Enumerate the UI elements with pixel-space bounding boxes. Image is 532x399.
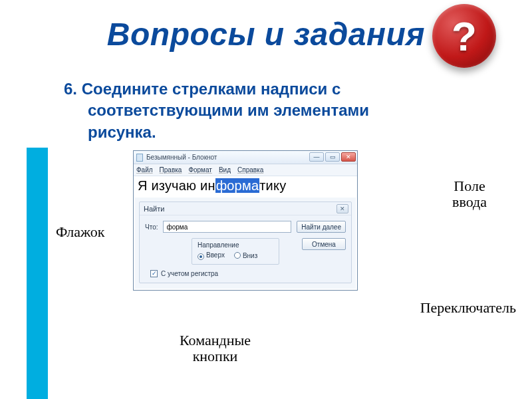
case-checkbox[interactable]: ✓ [150,270,158,277]
callout-switch: Переключатель [420,299,516,317]
menu-format[interactable]: Формат [188,166,212,174]
cancel-button[interactable]: Отмена [302,238,346,250]
window-title-text: Безымянный - Блокнот [146,154,217,161]
callout-input-field: Поле ввода [452,178,487,210]
menu-view[interactable]: Вид [219,166,231,174]
callout-flag: Флажок [56,223,104,241]
instruction-text: 6. Соедините стрелками надписи с соответ… [64,78,423,143]
menu-file[interactable]: Файл [136,166,153,174]
instruction-line-2: соответствующими им элементами [64,100,423,121]
find-what-input[interactable] [163,221,291,233]
editor-text-post: тику [259,178,286,193]
find-what-label: Что: [145,223,158,231]
editor-text-pre: Я изучаю ин [138,178,215,193]
minimize-button[interactable]: — [309,152,324,162]
find-dialog: Найти ✕ Что: Найти далее Направление Вве… [139,201,352,283]
find-dialog-title: Найти [144,205,164,213]
case-checkbox-label: С учетом регистра [161,270,218,277]
radio-down-icon [234,252,241,259]
app-icon [136,154,143,162]
menu-edit[interactable]: Правка [160,166,182,174]
find-next-button[interactable]: Найти далее [297,221,346,233]
text-editor-area[interactable]: Я изучаю информатику [134,176,357,198]
instruction-line-1: 6. Соедините стрелками надписи с [64,80,340,98]
radio-up-icon [198,253,204,260]
find-dialog-titlebar[interactable]: Найти ✕ [140,202,351,215]
close-button[interactable]: ✕ [341,152,356,162]
radio-down[interactable]: Вниз [234,252,257,259]
question-mark-icon: ? [452,13,477,60]
callout-command-buttons: Командные кнопки [180,332,251,364]
instruction-line-3: рисунка. [64,122,423,143]
direction-group: Направление Вверх Вниз [192,238,279,265]
maximize-button[interactable]: ▭ [325,152,340,162]
window-titlebar[interactable]: Безымянный - Блокнот — ▭ ✕ [134,151,357,164]
direction-label: Направление [198,241,273,249]
radio-up[interactable]: Вверх [198,251,225,260]
sidebar-accent [27,148,48,399]
notepad-window: Безымянный - Блокнот — ▭ ✕ Файл Правка Ф… [133,150,358,291]
question-mark-badge: ? [432,4,496,68]
find-close-button[interactable]: ✕ [336,204,348,213]
editor-text-highlight: форма [215,178,260,193]
menu-bar: Файл Правка Формат Вид Справка [134,164,357,176]
menu-help[interactable]: Справка [237,166,263,174]
